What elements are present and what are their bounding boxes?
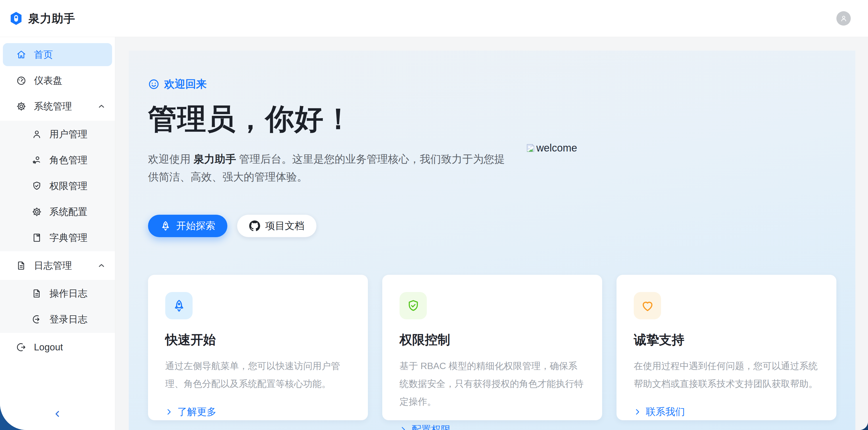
file-text-icon (16, 260, 26, 271)
chevron-up-icon (97, 102, 106, 111)
card-link-learn-more[interactable]: 了解更多 (165, 405, 352, 419)
book-icon (32, 233, 42, 243)
feature-cards: 快速开始 通过左侧导航菜单，您可以快速访问用户管理、角色分配以及系统配置等核心功… (148, 275, 836, 420)
sidebar-item-home[interactable]: 首页 (3, 43, 112, 66)
github-icon (249, 220, 260, 232)
project-docs-label: 项目文档 (265, 219, 304, 233)
broken-image-alt-text: welcome (536, 142, 577, 154)
sidebar-item-label: 登录日志 (50, 313, 87, 326)
chevron-left-icon (53, 409, 62, 419)
sidebar-item-label: 操作日志 (50, 287, 87, 300)
welcome-image-broken: welcome (525, 142, 577, 154)
sidebar-item-label: 系统管理 (34, 100, 72, 113)
submenu-system-management: 用户管理 角色管理 (0, 121, 115, 251)
smiley-icon (148, 79, 159, 90)
card-support: 诚挚支持 在使用过程中遇到任何问题，您可以通过系统帮助文档或直接联系技术支持团队… (617, 275, 836, 420)
card-icon-box (400, 292, 427, 319)
hero-section: 欢迎回来 管理员，你好！ 欢迎使用 泉力助手 管理后台。这里是您的业务管理核心，… (129, 51, 855, 430)
start-explore-button[interactable]: 开始探索 (148, 215, 227, 237)
logout-icon (16, 342, 26, 352)
card-description: 通过左侧导航菜单，您可以快速访问用户管理、角色分配以及系统配置等核心功能。 (165, 357, 352, 393)
chevron-up-icon (97, 261, 106, 270)
card-description: 基于 RBAC 模型的精细化权限管理，确保系统数据安全，只有获得授权的角色才能执… (400, 357, 586, 410)
sidebar-item-label: Logout (34, 342, 63, 353)
broken-image-icon (525, 143, 535, 153)
sidebar-item-label: 字典管理 (50, 232, 87, 244)
hero-actions: 开始探索 项目文档 (148, 215, 836, 237)
rocket-icon (172, 299, 186, 313)
card-title: 诚挚支持 (634, 331, 820, 348)
sidebar-collapse-button[interactable] (51, 407, 64, 421)
app-title: 泉力助手 (28, 11, 75, 26)
hexagon-lock-icon (9, 11, 23, 25)
sidebar-item-log-management[interactable]: 日志管理 (3, 254, 112, 277)
sidebar-item-permission-management[interactable]: 权限管理 (0, 173, 115, 199)
gear-icon (16, 101, 26, 112)
card-link-label: 了解更多 (177, 405, 216, 419)
card-icon-box (165, 292, 192, 319)
sidebar-item-label: 日志管理 (34, 259, 72, 272)
sidebar-item-role-management[interactable]: 角色管理 (0, 147, 115, 173)
login-icon (32, 314, 42, 325)
sidebar-item-logout[interactable]: Logout (3, 336, 112, 359)
shield-check-icon (32, 181, 42, 191)
card-link-contact-us[interactable]: 联系我们 (634, 405, 820, 419)
main-content: 欢迎回来 管理员，你好！ 欢迎使用 泉力助手 管理后台。这里是您的业务管理核心，… (115, 37, 868, 430)
sidebar-item-dictionary-management[interactable]: 字典管理 (0, 225, 115, 251)
user-avatar[interactable] (836, 11, 851, 26)
hero-description: 欢迎使用 泉力助手 管理后台。这里是您的业务管理核心，我们致力于为您提供简洁、高… (148, 150, 507, 186)
card-title: 快速开始 (165, 331, 352, 348)
submenu-log-management: 操作日志 登录日志 (0, 280, 115, 333)
start-explore-label: 开始探索 (176, 219, 215, 233)
chevron-right-icon (165, 408, 173, 416)
sidebar-item-label: 用户管理 (50, 128, 87, 141)
rocket-icon (160, 220, 171, 232)
gear-icon (32, 207, 42, 217)
card-icon-box (634, 292, 661, 319)
chevron-right-icon (634, 408, 641, 416)
sidebar: 首页 仪表盘 (0, 37, 115, 430)
card-title: 权限控制 (400, 331, 586, 348)
sidebar-item-system-management[interactable]: 系统管理 (3, 95, 112, 118)
user-icon (32, 129, 42, 140)
home-icon (16, 50, 26, 60)
sidebar-nav: 首页 仪表盘 (0, 43, 115, 359)
brand-name: 泉力助手 (193, 153, 236, 165)
sidebar-item-label: 权限管理 (50, 180, 87, 192)
card-link-label: 联系我们 (646, 405, 685, 419)
sidebar-item-label: 系统配置 (50, 206, 87, 218)
sidebar-item-login-log[interactable]: 登录日志 (0, 306, 115, 332)
project-docs-button[interactable]: 项目文档 (237, 215, 316, 237)
file-text-icon (32, 288, 42, 299)
sidebar-item-system-config[interactable]: 系统配置 (0, 199, 115, 225)
role-user-icon (32, 155, 42, 165)
card-link-configure-permissions[interactable]: 配置权限 (400, 423, 586, 430)
sidebar-item-operation-log[interactable]: 操作日志 (0, 280, 115, 306)
dashboard-gauge-icon (16, 75, 26, 86)
user-avatar-icon (840, 15, 847, 23)
app-window: 泉力助手 首页 (0, 0, 868, 430)
sidebar-item-label: 仪表盘 (34, 74, 62, 87)
sidebar-item-label: 角色管理 (50, 154, 87, 167)
welcome-banner: 欢迎回来 (148, 77, 836, 91)
heart-icon (641, 299, 654, 313)
sidebar-item-dashboard[interactable]: 仪表盘 (3, 69, 112, 92)
card-description: 在使用过程中遇到任何问题，您可以通过系统帮助文档或直接联系技术支持团队获取帮助。 (634, 357, 820, 393)
sidebar-item-user-management[interactable]: 用户管理 (0, 121, 115, 147)
sidebar-item-label: 首页 (34, 48, 53, 61)
card-permission-control: 权限控制 基于 RBAC 模型的精细化权限管理，确保系统数据安全，只有获得授权的… (382, 275, 602, 420)
card-quick-start: 快速开始 通过左侧导航菜单，您可以快速访问用户管理、角色分配以及系统配置等核心功… (148, 275, 368, 420)
page-title: 管理员，你好！ (148, 102, 836, 135)
chevron-right-icon (400, 426, 407, 430)
card-link-label: 配置权限 (411, 423, 451, 430)
welcome-label: 欢迎回来 (164, 77, 207, 91)
app-header: 泉力助手 (0, 0, 868, 37)
shield-check-icon (406, 299, 420, 313)
